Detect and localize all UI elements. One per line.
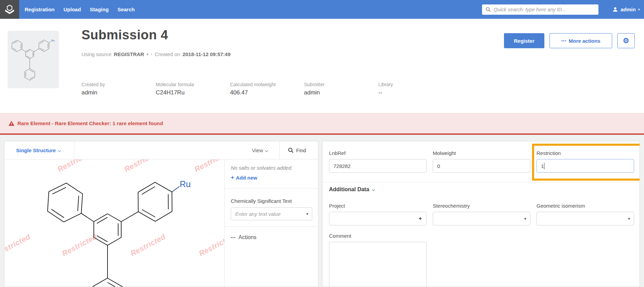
structure-panel: Single Structure View Find Restricted Re… xyxy=(4,141,318,287)
meta-calculated-molweight: Calculated molweight 406.47 xyxy=(230,82,276,96)
more-actions-button[interactable]: ••• More actions xyxy=(550,33,612,48)
nav-item-search[interactable]: Search xyxy=(117,6,135,12)
ellipsis-icon: ••• xyxy=(561,39,566,43)
stereochemistry-label: Stereochemistry xyxy=(433,203,530,209)
top-navbar: Registration Upload Staging Search admin… xyxy=(0,0,644,19)
app-logo[interactable] xyxy=(0,0,19,19)
molweight-field: Molweight xyxy=(433,150,530,173)
page-title: Submission 4 xyxy=(81,28,168,42)
caret-down-icon: ▾ xyxy=(147,52,148,56)
using-source-label: Using source xyxy=(81,51,112,57)
created-on-value: 2018-11-12 09:57:49 xyxy=(182,51,230,57)
add-new-button[interactable]: + Add new xyxy=(231,174,312,181)
details-panel: LnbRef Molweight Restriction 1 Additiona… xyxy=(322,141,640,287)
submission-header: Submission 4 Using source REGISTRAR ▾ · … xyxy=(0,19,644,113)
comment-label: Comment xyxy=(329,233,427,239)
molweight-input[interactable] xyxy=(433,159,530,173)
chevron-down-icon xyxy=(265,149,268,152)
chevron-down-icon xyxy=(372,188,375,191)
structure-mode-dropdown[interactable]: Single Structure xyxy=(16,141,61,159)
project-input[interactable] xyxy=(329,212,427,225)
find-button[interactable]: Find xyxy=(288,141,306,159)
lnbref-field: LnbRef xyxy=(329,150,427,173)
geometric-isomerism-label: Geometric isomerism xyxy=(536,203,634,209)
chemically-significant-text-section: Chemically Significant Text ▾ xyxy=(225,188,318,227)
user-menu[interactable]: admin ▾ xyxy=(612,0,640,19)
salts-empty-text: No salts or solvates added. xyxy=(231,165,312,171)
nav-item-registration[interactable]: Registration xyxy=(25,6,55,12)
user-name: admin xyxy=(621,6,636,12)
toolbar-divider xyxy=(74,141,74,159)
restriction-label: Restriction xyxy=(536,150,634,156)
caret-down-icon: ▾ xyxy=(638,8,640,11)
quick-search-box[interactable] xyxy=(482,4,598,15)
comment-field: Comment xyxy=(329,233,427,287)
rare-element-warning-banner[interactable]: Rare Element - Rare Element Checker: 1 r… xyxy=(0,113,644,135)
search-icon xyxy=(288,147,294,153)
meta-molecular-formula: Molecular formula C24H17Ru xyxy=(156,82,194,96)
source-dropdown[interactable]: REGISTRAR xyxy=(114,51,144,57)
meta-library: Library -- xyxy=(378,82,393,96)
warning-triangle-icon xyxy=(9,121,14,126)
main-menu: Registration Upload Staging Search xyxy=(25,0,135,19)
dot-separator: · xyxy=(151,51,152,57)
structure-thumbnail[interactable] xyxy=(8,31,59,88)
register-button[interactable]: Register xyxy=(504,33,544,48)
nav-item-upload[interactable]: Upload xyxy=(64,6,81,12)
stereochemistry-field: Stereochemistry ▾ xyxy=(433,203,530,225)
ellipsis-icon: ••• xyxy=(231,236,236,239)
meta-created-by: Created by admin xyxy=(81,82,105,96)
section-divider xyxy=(323,182,640,182)
geometric-isomerism-select[interactable] xyxy=(536,212,634,225)
created-on-label: Created on xyxy=(155,51,180,57)
plus-icon: + xyxy=(231,174,234,181)
hexagon-box-logo-icon xyxy=(4,4,15,15)
lnbref-label: LnbRef xyxy=(329,150,427,156)
stereochemistry-select[interactable] xyxy=(433,212,530,225)
comment-textarea[interactable] xyxy=(329,242,427,287)
gear-icon: ⚙ xyxy=(623,37,629,45)
chevron-down-icon xyxy=(58,149,61,152)
user-icon xyxy=(612,6,618,13)
settings-button[interactable]: ⚙ xyxy=(617,33,635,48)
restriction-field: Restriction 1 xyxy=(536,150,634,173)
structure-canvas[interactable]: Restricted Restricted Restricted Restric… xyxy=(4,159,229,287)
project-field: Project + xyxy=(329,203,427,225)
cst-input[interactable] xyxy=(231,207,312,220)
search-icon xyxy=(485,7,491,12)
additional-data-toggle[interactable]: Additional Data xyxy=(329,186,375,193)
restriction-input[interactable]: 1 xyxy=(536,159,634,173)
molecule-thumbnail-image xyxy=(10,38,57,82)
nav-item-staging[interactable]: Staging xyxy=(90,6,109,12)
geometric-isomerism-field: Geometric isomerism ▾ xyxy=(536,203,634,225)
lnbref-input[interactable] xyxy=(329,159,427,173)
view-dropdown[interactable]: View xyxy=(252,141,268,159)
cst-label: Chemically Significant Text xyxy=(231,198,312,204)
molweight-label: Molweight xyxy=(433,150,530,156)
submission-subline: Using source REGISTRAR ▾ · Created on 20… xyxy=(81,51,230,57)
structure-toolbar: Single Structure View Find xyxy=(4,141,318,159)
warning-message: Rare Element - Rare Element Checker: 1 r… xyxy=(17,120,163,126)
salts-section: No salts or solvates added. + Add new xyxy=(225,159,318,188)
actions-menu[interactable]: ••• Actions xyxy=(225,227,318,240)
project-label: Project xyxy=(329,203,427,209)
toolbar-divider xyxy=(279,141,280,159)
meta-submitter: Submitter admin xyxy=(304,82,325,96)
quick-search-input[interactable] xyxy=(494,5,598,14)
structure-side-column: No salts or solvates added. + Add new Ch… xyxy=(224,159,318,287)
more-actions-label: More actions xyxy=(569,38,601,44)
molecule-drawing xyxy=(4,159,229,287)
text-cursor xyxy=(544,163,544,169)
